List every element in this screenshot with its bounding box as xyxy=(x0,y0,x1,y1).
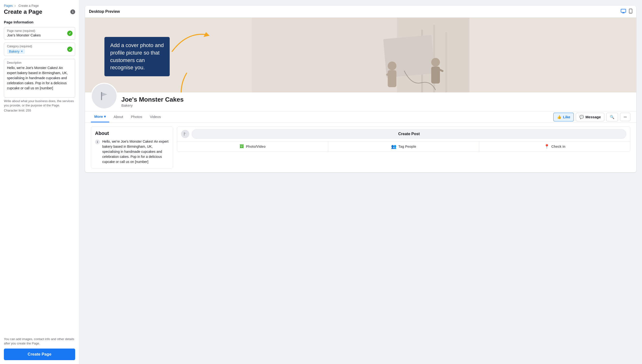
preview-icons xyxy=(621,9,632,14)
category-remove-button[interactable]: ✕ xyxy=(21,50,23,53)
profile-info: Joe's Monster Cakes Bakery xyxy=(121,96,184,109)
create-post-button[interactable]: Create Post xyxy=(192,129,626,139)
photo-video-action[interactable]: 🖼 Photo/Video xyxy=(177,142,328,152)
description-field: Description xyxy=(4,59,75,98)
preview-title: Desktop Preview xyxy=(89,10,120,14)
svg-rect-17 xyxy=(101,92,102,100)
svg-point-12 xyxy=(431,58,440,66)
photo-video-icon: 🖼 xyxy=(240,144,244,149)
tooltip-text: Add a cover photo and profile picture so… xyxy=(110,42,164,70)
about-card: About ℹ Hello, we're Joe's Monster Cakes… xyxy=(91,126,173,168)
category-field: Category (required) Bakery ✕ xyxy=(4,42,75,56)
nav-item-more[interactable]: More ▾ xyxy=(91,112,109,122)
search-nav-button[interactable]: 🔍 xyxy=(606,113,618,122)
tag-people-action[interactable]: 👥 Tag People xyxy=(328,142,479,152)
profile-name: Joe's Monster Cakes xyxy=(121,96,184,103)
breadcrumb-current: Create a Page xyxy=(18,4,39,8)
char-limit: Character limit: 255 xyxy=(4,108,75,112)
category-label: Category (required) xyxy=(7,45,72,48)
info-icon[interactable]: ℹ xyxy=(70,10,75,14)
preview-card: Desktop Preview xyxy=(85,6,636,172)
category-tag-label: Bakery xyxy=(9,50,20,53)
nav-item-photos[interactable]: Photos xyxy=(127,112,145,122)
page-name-label: Page name (required) xyxy=(7,29,72,32)
like-button[interactable]: 👍 Like xyxy=(553,113,574,122)
profile-picture xyxy=(91,83,117,109)
page-avatar-small xyxy=(181,130,189,138)
desktop-icon[interactable] xyxy=(621,9,626,14)
search-nav-icon: 🔍 xyxy=(610,115,614,119)
check-in-action[interactable]: 📍 Check in xyxy=(479,142,630,152)
page-nav: More ▾ About Photos Videos 👍 Like 💬 Mess… xyxy=(85,111,636,122)
breadcrumb-parent[interactable]: Pages xyxy=(4,4,13,8)
tag-people-icon: 👥 xyxy=(391,144,396,149)
about-title: About xyxy=(95,130,169,136)
mobile-icon[interactable] xyxy=(629,9,632,14)
tooltip-box: Add a cover photo and profile picture so… xyxy=(104,37,170,76)
right-panel: Desktop Preview xyxy=(79,0,642,364)
like-label: Like xyxy=(563,115,570,119)
about-text: Hello, we're Joe's Monster Cakes! An exp… xyxy=(102,139,169,164)
create-post-row: Create Post xyxy=(177,127,630,141)
like-icon: 👍 xyxy=(557,115,561,119)
photo-video-label: Photo/Video xyxy=(246,144,265,148)
svg-rect-13 xyxy=(431,66,440,84)
message-icon: 💬 xyxy=(579,115,584,119)
footer-note: You can add images, contact info and oth… xyxy=(4,337,75,346)
left-panel: Pages › Create a Page Create a Page ℹ Pa… xyxy=(0,0,79,364)
svg-rect-0 xyxy=(621,9,626,12)
page-name-input[interactable] xyxy=(7,33,72,37)
message-label: Message xyxy=(585,115,601,119)
page-name-check xyxy=(67,31,73,36)
description-helper: Write about what your business does, the… xyxy=(4,99,75,108)
preview-header: Desktop Preview xyxy=(85,6,636,18)
cover-area: Add a cover photo and profile picture so… xyxy=(85,18,636,92)
svg-point-9 xyxy=(388,62,396,70)
post-actions: 🖼 Photo/Video 👥 Tag People 📍 Check in xyxy=(177,141,630,152)
description-input[interactable] xyxy=(7,66,72,94)
breadcrumb-separator: › xyxy=(15,4,16,8)
create-post-area: Create Post 🖼 Photo/Video 👥 Tag People 📍 xyxy=(177,126,630,152)
check-in-icon: 📍 xyxy=(544,144,549,149)
nav-item-videos[interactable]: Videos xyxy=(146,112,164,122)
tag-people-label: Tag People xyxy=(398,144,416,148)
svg-rect-18 xyxy=(184,132,184,136)
description-label: Description xyxy=(7,61,72,64)
message-button[interactable]: 💬 Message xyxy=(576,113,604,122)
category-check xyxy=(67,46,73,52)
check-in-label: Check in xyxy=(551,144,565,148)
about-info-icon: ℹ xyxy=(95,140,100,144)
about-row: ℹ Hello, we're Joe's Monster Cakes! An e… xyxy=(95,139,169,164)
breadcrumb: Pages › Create a Page xyxy=(4,4,75,8)
page-title: Create a Page xyxy=(4,8,42,15)
section-title: Page Information xyxy=(4,20,75,24)
svg-point-2 xyxy=(630,12,631,13)
page-content: About ℹ Hello, we're Joe's Monster Cakes… xyxy=(85,122,636,172)
category-tag[interactable]: Bakery ✕ xyxy=(7,49,25,54)
profile-category: Bakery xyxy=(121,103,184,108)
nav-item-about[interactable]: About xyxy=(110,112,126,122)
more-options-button[interactable]: ··· xyxy=(620,113,630,121)
page-name-field: Page name (required) xyxy=(4,27,75,40)
profile-area: Joe's Monster Cakes Bakery xyxy=(85,83,636,109)
right-sidebar: Create Post 🖼 Photo/Video 👥 Tag People 📍 xyxy=(177,126,630,168)
create-page-button[interactable]: Create Page xyxy=(4,348,75,360)
